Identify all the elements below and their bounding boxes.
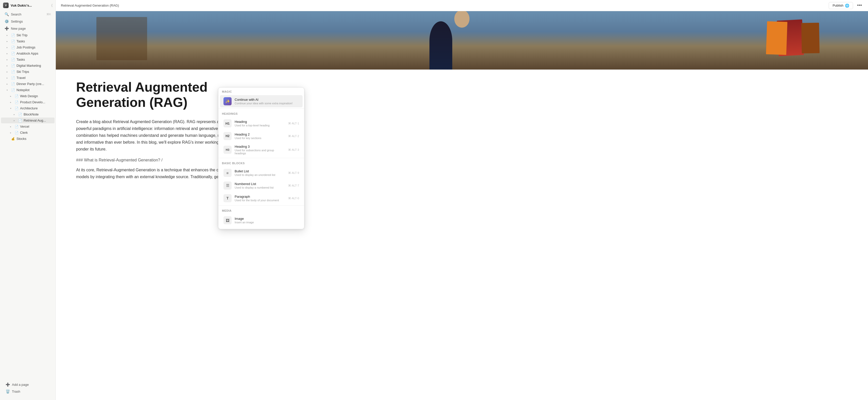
sidebar-item-label: BlockNote — [24, 112, 38, 116]
workspace-name: Vuk Dukic's... — [11, 4, 32, 7]
trash-action[interactable]: 🗑️ Trash — [3, 388, 53, 395]
menu-item-numbered-text: Numbered List Used to display a numbered… — [235, 182, 285, 189]
sidebar-item-job-postings[interactable]: ▸📄Job Postings — [1, 45, 55, 50]
menu-item-h2-text: Heading 2 Used for key sections — [235, 133, 285, 140]
sidebar-item-digital-marketing[interactable]: ▸📄Digital Marketing — [1, 63, 55, 68]
chevron-icon: ▾ — [10, 107, 13, 110]
add-page-icon: ➕ — [6, 382, 10, 387]
add-page-action[interactable]: ➕ Add a page — [3, 381, 53, 388]
sidebar-item-architecture[interactable]: ▾📄Architecture — [1, 105, 55, 111]
chevron-icon: ▸ — [7, 58, 10, 61]
file-icon: 📄 — [11, 33, 15, 37]
menu-item-bullet-text: Bullet List Used to display an unordered… — [235, 169, 285, 176]
menu-item-h2[interactable]: H2 Heading 2 Used for key sections ⌘·ALT… — [220, 130, 303, 142]
menu-item-h1[interactable]: H1 Heading Used for a top-level heading … — [220, 117, 303, 130]
bullet-icon: ≡ — [223, 169, 231, 177]
menu-item-image[interactable]: 🖼 Image Insert an image — [220, 214, 303, 226]
sidebar-item-travel[interactable]: ▸📄Travel — [1, 75, 55, 81]
sidebar-item-blocknote[interactable]: ▸📄BlockNote — [1, 111, 55, 117]
paragraph-desc: Used for the body of your document — [235, 199, 285, 202]
file-icon: 📄 — [15, 125, 19, 128]
sidebar-item-label: Vercel — [20, 124, 29, 128]
menu-item-h1-text: Heading Used for a top-level heading — [235, 120, 285, 127]
file-icon: 📄 — [15, 101, 19, 104]
ai-icon: ✨ — [223, 97, 231, 105]
sidebar-item-stocks[interactable]: 💰Stocks — [1, 136, 55, 142]
numbered-shortcut: ⌘·ALT·7 — [288, 184, 299, 187]
file-icon: 📄 — [11, 64, 15, 67]
chevron-icon: ▸ — [10, 95, 13, 97]
h3-icon: H3 — [223, 146, 231, 154]
sidebar-item-clerk[interactable]: ▸📄Clerk — [1, 130, 55, 136]
sidebar-item-dinner-party[interactable]: ▸📄Dinner Party (cre... — [1, 81, 55, 87]
chevron-icon: ▸ — [10, 101, 13, 104]
menu-item-ai[interactable]: ✨ Continue with AI Continue your idea wi… — [220, 95, 303, 107]
sidebar-item-anablock-apps[interactable]: ▸📄Anablock Apps — [1, 51, 55, 56]
sidebar-item-label: Anablock Apps — [17, 52, 38, 55]
chevron-icon: ▸ — [7, 34, 10, 36]
sidebar-item-label: Notepilot — [17, 88, 29, 92]
sidebar-item-tasks[interactable]: ▸📄Tasks — [1, 38, 55, 44]
sidebar-item-label: Ski Trips — [17, 70, 29, 74]
collapse-icon[interactable]: ⟨ — [51, 3, 53, 7]
sidebar-item-product-develo[interactable]: ▸📄Product Develo... — [1, 99, 55, 105]
search-action[interactable]: 🔍 Search ⌘K — [2, 11, 54, 18]
sidebar-item-label: Architecture — [20, 106, 37, 110]
sidebar-item-vercel[interactable]: ▸📄Vercel — [1, 123, 55, 130]
file-icon: 💰 — [11, 137, 15, 141]
menu-item-h3[interactable]: H3 Heading 3 Used for subsections and gr… — [220, 143, 303, 157]
sidebar-item-ski-trips[interactable]: ▸📄Ski Trips — [1, 69, 55, 75]
sidebar-item-notepilot[interactable]: ▾📄Notepilot — [1, 87, 55, 93]
menu-item-numbered[interactable]: ☰ Numbered List Used to display a number… — [220, 179, 303, 192]
file-icon: 📄 — [15, 94, 19, 98]
chevron-icon: ▸ — [7, 77, 10, 79]
workspace-header[interactable]: V Vuk Dukic's... ⟨ — [0, 0, 56, 11]
sidebar-item-ski-trip[interactable]: ▸📄Ski Trip — [1, 32, 55, 38]
more-options-button[interactable]: ••• — [856, 2, 863, 9]
sidebar-item-web-design[interactable]: ▸📄Web Design — [1, 93, 55, 99]
file-icon: 📄 — [11, 70, 15, 74]
main-content: Retrieval Augmented Generation (RAG) Pub… — [56, 0, 868, 400]
page-content-area[interactable]: Retrieval Augmented Generation (RAG) Cre… — [56, 11, 868, 400]
publish-button[interactable]: Publish 🌐 — [829, 2, 853, 9]
topbar-actions: Publish 🌐 ••• — [829, 2, 863, 9]
menu-item-ai-text: Continue with AI Continue your idea with… — [235, 98, 299, 105]
sidebar-footer: ➕ Add a page 🗑️ Trash — [0, 380, 56, 396]
chevron-icon: ▸ — [14, 113, 17, 116]
menu-item-image-text: Image Insert an image — [235, 217, 299, 224]
h3-desc: Used for subsections and group headings — [235, 149, 285, 155]
image-title: Image — [235, 217, 299, 221]
page-title: Retrieval Augmented Generation (RAG) — [61, 4, 119, 7]
chevron-icon: ▸ — [7, 40, 10, 42]
sidebar-item-retrieval-aug[interactable]: ▸📄Retrieval Aug... — [1, 117, 55, 123]
new-page-action[interactable]: ➕ New page — [2, 25, 54, 32]
publish-label: Publish — [833, 4, 843, 7]
sidebar-item-label: Product Develo... — [20, 100, 45, 104]
sidebar-item-label: Job Postings — [17, 46, 35, 49]
paragraph-icon: T — [223, 194, 231, 202]
hero-image — [56, 11, 868, 69]
bullet-title: Bullet List — [235, 169, 285, 173]
sidebar-item-tasks2[interactable]: ▸📄Tasks — [1, 57, 55, 62]
ai-title: Continue with AI — [235, 98, 299, 102]
h1-icon: H1 — [223, 119, 231, 127]
h3-title: Heading 3 — [235, 145, 285, 148]
file-icon: 📄 — [11, 39, 15, 43]
divider-3 — [218, 205, 304, 206]
sidebar-item-label: Web Design — [20, 94, 38, 98]
sidebar: V Vuk Dukic's... ⟨ 🔍 Search ⌘K ⚙️ Settin… — [0, 0, 56, 400]
bullet-desc: Used to display an unordered list — [235, 173, 285, 176]
menu-item-bullet[interactable]: ≡ Bullet List Used to display an unorder… — [220, 167, 303, 179]
plus-icon: ➕ — [5, 26, 9, 30]
menu-section-headings: Headings — [218, 110, 304, 117]
menu-section-magic: Magic — [218, 88, 304, 95]
chevron-icon: ▸ — [7, 46, 10, 49]
search-icon: 🔍 — [5, 12, 9, 16]
chevron-icon: ▸ — [7, 64, 10, 67]
settings-action[interactable]: ⚙️ Settings — [2, 18, 54, 25]
search-label: Search — [11, 12, 21, 16]
sidebar-item-label: Ski Trip — [17, 33, 27, 37]
sidebar-item-label: Digital Marketing — [17, 64, 41, 67]
menu-item-paragraph[interactable]: T Paragraph Used for the body of your do… — [220, 192, 303, 204]
globe-icon: 🌐 — [845, 4, 849, 8]
